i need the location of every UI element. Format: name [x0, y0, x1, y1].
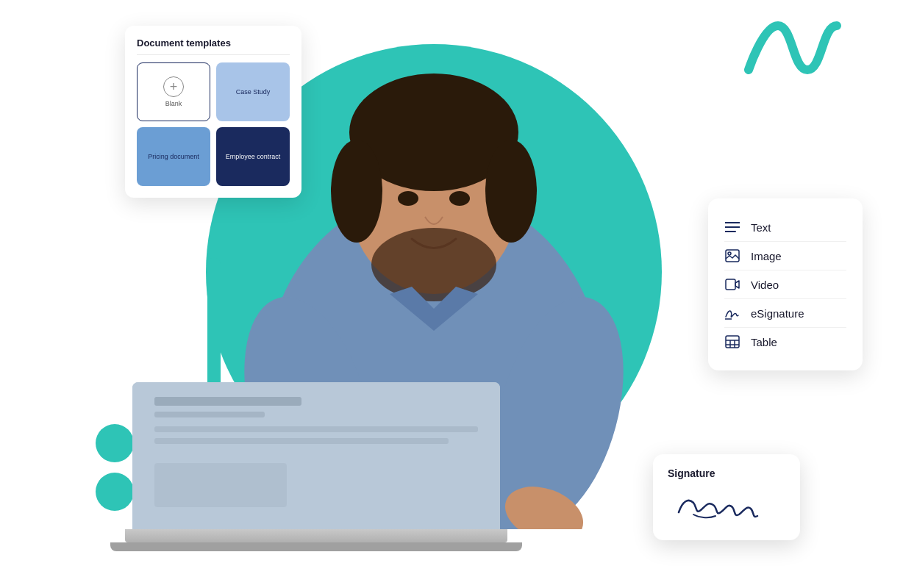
- content-blocks-card: Text Image Video eSignature: [708, 198, 863, 370]
- laptop-area: [88, 382, 544, 588]
- signature-card: Signature: [653, 454, 800, 540]
- laptop-base: [125, 529, 507, 542]
- template-case-study-label: Case Study: [236, 88, 271, 96]
- signature-image: [668, 487, 785, 527]
- laptop-screen: [132, 382, 500, 529]
- laptop-screen-content: [132, 382, 500, 529]
- image-label: Image: [751, 250, 782, 262]
- template-case-study[interactable]: Case Study: [216, 62, 290, 121]
- table-icon: [724, 334, 740, 350]
- document-templates-title: Document templates: [137, 37, 290, 55]
- video-label: Video: [751, 279, 779, 291]
- svg-point-4: [331, 140, 382, 243]
- svg-point-5: [485, 140, 537, 243]
- squiggle-decoration: [741, 11, 844, 87]
- laptop-bottom: [110, 542, 522, 551]
- svg-point-7: [449, 191, 470, 206]
- esignature-icon: [724, 305, 740, 321]
- content-block-image[interactable]: Image: [724, 242, 846, 270]
- svg-rect-14: [154, 397, 301, 406]
- template-employee-label: Employee contract: [221, 153, 285, 160]
- esignature-label: eSignature: [751, 307, 804, 320]
- svg-point-23: [728, 252, 731, 255]
- template-pricing-document[interactable]: Pricing document: [137, 127, 210, 186]
- svg-rect-18: [154, 463, 287, 507]
- svg-point-8: [371, 228, 496, 301]
- text-icon: [724, 219, 740, 235]
- content-block-video[interactable]: Video: [724, 270, 846, 299]
- svg-rect-15: [154, 412, 265, 417]
- svg-rect-22: [726, 250, 739, 262]
- template-pricing-label: Pricing document: [143, 153, 204, 160]
- svg-point-6: [398, 191, 418, 206]
- signature-card-title: Signature: [668, 467, 785, 479]
- content-block-text[interactable]: Text: [724, 213, 846, 242]
- video-icon: [724, 276, 740, 293]
- template-blank[interactable]: + Blank: [137, 62, 210, 121]
- plus-icon: +: [163, 76, 184, 97]
- content-block-table[interactable]: Table: [724, 328, 846, 356]
- svg-rect-24: [726, 279, 735, 290]
- table-label: Table: [751, 336, 777, 348]
- image-icon: [724, 248, 740, 264]
- content-block-esignature[interactable]: eSignature: [724, 299, 846, 328]
- text-label: Text: [751, 221, 771, 234]
- template-blank-label: Blank: [165, 100, 182, 107]
- document-templates-card: Document templates + Blank Case Study Pr…: [125, 26, 301, 198]
- svg-rect-26: [726, 336, 739, 348]
- svg-rect-17: [154, 438, 449, 444]
- svg-rect-16: [154, 426, 478, 432]
- templates-grid: + Blank Case Study Pricing document Empl…: [137, 62, 290, 186]
- template-employee-contract[interactable]: Employee contract: [216, 127, 290, 186]
